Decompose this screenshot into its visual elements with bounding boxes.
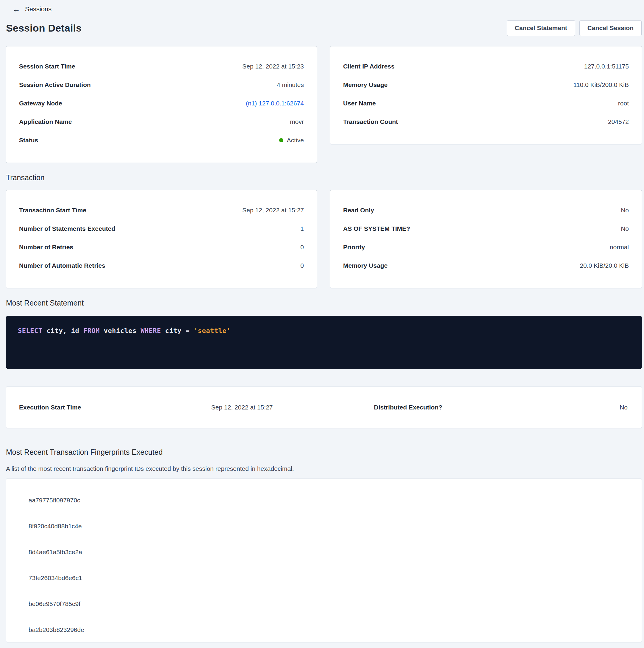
sql-statement-text: SELECT city, id FROM vehicles WHERE city… <box>18 327 630 334</box>
table-row: Number of Retries 0 <box>19 238 304 256</box>
table-row: Transaction Count 204572 <box>343 113 629 131</box>
row-value: No <box>620 404 628 411</box>
table-row: Application Name movr <box>19 113 304 131</box>
row-label: Transaction Start Time <box>19 207 86 214</box>
row-label: Read Only <box>343 207 374 214</box>
status-badge: Active <box>279 137 304 144</box>
statement-section-heading: Most Recent Statement <box>6 299 642 307</box>
sql-token: city, id <box>42 327 83 334</box>
transaction-section-heading: Transaction <box>6 173 642 182</box>
row-value: No <box>621 225 629 232</box>
sql-token: 'seattle' <box>194 327 231 334</box>
row-value: No <box>621 207 629 214</box>
table-row: Session Active Duration 4 minutes <box>19 76 304 94</box>
sql-statement-box: SELECT city, id FROM vehicles WHERE city… <box>6 316 642 369</box>
sql-token: FROM <box>83 327 100 334</box>
list-item: ba2b203b823296de <box>19 617 629 642</box>
status-value: Active <box>287 137 304 144</box>
row-label: Transaction Count <box>343 118 398 125</box>
back-label: Sessions <box>25 5 52 13</box>
row-label: Memory Usage <box>343 262 388 269</box>
row-label: AS OF SYSTEM TIME? <box>343 225 410 232</box>
row-label: Status <box>19 137 38 144</box>
table-row: AS OF SYSTEM TIME? No <box>343 219 629 238</box>
row-value: 204572 <box>608 118 629 125</box>
row-label: Application Name <box>19 118 72 125</box>
row-label: Memory Usage <box>343 81 388 89</box>
row-value: Sep 12, 2022 at 15:27 <box>242 207 304 214</box>
table-row: Priority normal <box>343 238 629 256</box>
row-value: Sep 12, 2022 at 15:27 <box>211 404 273 411</box>
execution-start-time-item: Execution Start Time Sep 12, 2022 at 15:… <box>19 404 273 411</box>
transaction-cards: Transaction Start Time Sep 12, 2022 at 1… <box>6 190 642 288</box>
list-item: 8f920c40d88b1c4e <box>19 513 629 539</box>
list-item: 73fe26034bd6e6c1 <box>19 565 629 591</box>
row-value: 20.0 KiB/20.0 KiB <box>580 262 629 269</box>
row-label: Number of Statements Executed <box>19 225 115 232</box>
transaction-card-left: Transaction Start Time Sep 12, 2022 at 1… <box>6 190 317 288</box>
table-row: Read Only No <box>343 201 629 219</box>
row-value: 1 <box>300 225 304 232</box>
sql-token: WHERE <box>140 327 161 334</box>
execution-card: Execution Start Time Sep 12, 2022 at 15:… <box>6 386 642 428</box>
gateway-node-link[interactable]: (n1) 127.0.0.1:62674 <box>246 100 304 107</box>
page-title: Session Details <box>6 22 81 34</box>
title-row: Session Details Cancel Statement Cancel … <box>6 20 642 36</box>
row-label: User Name <box>343 100 376 107</box>
cancel-session-button[interactable]: Cancel Session <box>579 20 642 36</box>
list-item: be06e9570f785c9f <box>19 591 629 617</box>
row-value: 110.0 KiB/200.0 KiB <box>574 81 629 89</box>
sql-token: SELECT <box>18 327 42 334</box>
cancel-statement-button[interactable]: Cancel Statement <box>507 20 575 36</box>
distributed-execution-item: Distributed Execution? No <box>374 404 628 411</box>
row-label: Execution Start Time <box>19 404 81 411</box>
fingerprints-section-heading: Most Recent Transaction Fingerprints Exe… <box>6 448 642 456</box>
row-label: Session Start Time <box>19 63 75 70</box>
row-value: 0 <box>300 244 304 251</box>
table-row: Gateway Node (n1) 127.0.0.1:62674 <box>19 94 304 113</box>
row-value: normal <box>610 244 629 251</box>
row-value: movr <box>290 118 304 125</box>
table-row: Session Start Time Sep 12, 2022 at 15:23 <box>19 57 304 76</box>
session-summary-card-left: Session Start Time Sep 12, 2022 at 15:23… <box>6 46 317 163</box>
fingerprints-description: A list of the most recent transaction fi… <box>6 465 642 472</box>
table-row: User Name root <box>343 94 629 113</box>
row-value: 127.0.0.1:51175 <box>584 63 629 70</box>
row-label: Gateway Node <box>19 100 62 107</box>
session-summary-cards: Session Start Time Sep 12, 2022 at 15:23… <box>6 46 642 163</box>
table-row: Transaction Start Time Sep 12, 2022 at 1… <box>19 201 304 219</box>
session-summary-card-right: Client IP Address 127.0.0.1:51175 Memory… <box>330 46 642 145</box>
back-to-sessions-link[interactable]: ← Sessions <box>6 4 642 14</box>
list-item: 8d4ae61a5fb3ce2a <box>19 539 629 565</box>
action-buttons: Cancel Statement Cancel Session <box>507 20 642 36</box>
status-active-dot-icon <box>279 138 283 142</box>
list-item: aa79775ff097970c <box>19 487 629 513</box>
table-row: Number of Statements Executed 1 <box>19 219 304 238</box>
sql-token: city = <box>161 327 194 334</box>
table-row: Client IP Address 127.0.0.1:51175 <box>343 57 629 76</box>
row-value: 4 minutes <box>277 81 304 89</box>
sql-token: vehicles <box>100 327 140 334</box>
row-label: Distributed Execution? <box>374 404 443 411</box>
row-value: 0 <box>300 262 304 269</box>
row-value: root <box>618 100 629 107</box>
row-label: Number of Automatic Retries <box>19 262 105 269</box>
row-label: Client IP Address <box>343 63 395 70</box>
transaction-card-right: Read Only No AS OF SYSTEM TIME? No Prior… <box>330 190 642 288</box>
row-label: Session Active Duration <box>19 81 91 89</box>
table-row: Status Active <box>19 131 304 150</box>
table-row: Number of Automatic Retries 0 <box>19 256 304 275</box>
table-row: Memory Usage 110.0 KiB/200.0 KiB <box>343 76 629 94</box>
row-label: Number of Retries <box>19 244 73 251</box>
arrow-left-icon: ← <box>12 5 20 13</box>
session-details-page: ← Sessions Session Details Cancel Statem… <box>0 0 644 642</box>
row-label: Priority <box>343 244 365 251</box>
table-row: Memory Usage 20.0 KiB/20.0 KiB <box>343 256 629 275</box>
fingerprints-card: aa79775ff097970c 8f920c40d88b1c4e 8d4ae6… <box>6 479 642 642</box>
row-value: Sep 12, 2022 at 15:23 <box>242 63 304 70</box>
